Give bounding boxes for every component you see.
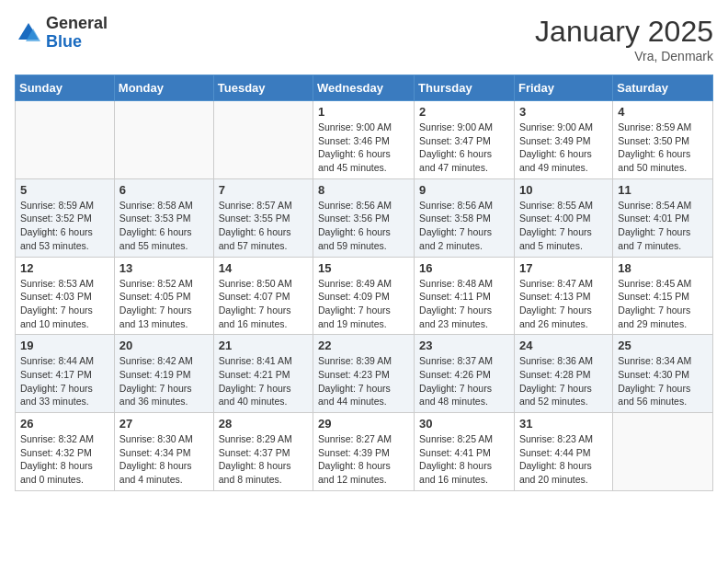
day-number: 1 [318, 105, 409, 119]
calendar-cell: 18Sunrise: 8:45 AM Sunset: 4:15 PM Dayli… [613, 257, 713, 335]
calendar-cell: 27Sunrise: 8:30 AM Sunset: 4:34 PM Dayli… [114, 413, 213, 491]
day-info: Sunrise: 8:54 AM Sunset: 4:01 PM Dayligh… [618, 199, 708, 253]
calendar-cell: 21Sunrise: 8:41 AM Sunset: 4:21 PM Dayli… [213, 335, 313, 413]
day-number: 9 [419, 183, 509, 197]
calendar-cell: 31Sunrise: 8:23 AM Sunset: 4:44 PM Dayli… [514, 413, 612, 491]
calendar-cell: 4Sunrise: 8:59 AM Sunset: 3:50 PM Daylig… [613, 101, 713, 179]
calendar-cell: 5Sunrise: 8:59 AM Sunset: 3:52 PM Daylig… [16, 178, 115, 257]
day-info: Sunrise: 8:56 AM Sunset: 3:56 PM Dayligh… [318, 199, 409, 253]
day-number: 15 [318, 261, 409, 275]
day-info: Sunrise: 8:30 AM Sunset: 4:34 PM Dayligh… [119, 432, 209, 487]
weekday-header-row: SundayMondayTuesdayWednesdayThursdayFrid… [16, 75, 713, 101]
calendar-cell [16, 101, 115, 179]
calendar-cell: 6Sunrise: 8:58 AM Sunset: 3:53 PM Daylig… [114, 178, 213, 257]
day-info: Sunrise: 8:47 AM Sunset: 4:13 PM Dayligh… [519, 277, 608, 331]
day-number: 4 [618, 105, 708, 119]
weekday-header: Tuesday [213, 75, 313, 101]
calendar-week-row: 5Sunrise: 8:59 AM Sunset: 3:52 PM Daylig… [16, 178, 713, 257]
day-number: 29 [318, 417, 409, 431]
day-info: Sunrise: 8:55 AM Sunset: 4:00 PM Dayligh… [519, 199, 608, 253]
calendar-week-row: 1Sunrise: 9:00 AM Sunset: 3:46 PM Daylig… [16, 101, 713, 179]
logo-blue: Blue [46, 33, 108, 52]
calendar-cell: 26Sunrise: 8:32 AM Sunset: 4:32 PM Dayli… [16, 413, 115, 491]
day-info: Sunrise: 8:57 AM Sunset: 3:55 PM Dayligh… [219, 199, 308, 253]
day-number: 7 [219, 183, 308, 197]
calendar-cell: 23Sunrise: 8:37 AM Sunset: 4:26 PM Dayli… [415, 335, 515, 413]
day-number: 19 [20, 339, 109, 352]
calendar-cell: 1Sunrise: 9:00 AM Sunset: 3:46 PM Daylig… [313, 101, 415, 179]
day-info: Sunrise: 8:37 AM Sunset: 4:26 PM Dayligh… [419, 354, 509, 408]
day-number: 14 [219, 261, 308, 275]
calendar-cell: 14Sunrise: 8:50 AM Sunset: 4:07 PM Dayli… [213, 257, 313, 335]
calendar-cell: 7Sunrise: 8:57 AM Sunset: 3:55 PM Daylig… [213, 178, 313, 257]
day-info: Sunrise: 8:50 AM Sunset: 4:07 PM Dayligh… [219, 277, 308, 331]
weekday-header: Saturday [613, 75, 713, 101]
day-info: Sunrise: 8:32 AM Sunset: 4:32 PM Dayligh… [20, 432, 109, 487]
month-title: January 2025 [535, 15, 713, 49]
page-header: General Blue January 2025 Vra, Denmark [15, 15, 713, 63]
logo-general: General [46, 15, 108, 33]
day-number: 3 [519, 105, 608, 119]
location: Vra, Denmark [535, 49, 713, 63]
day-number: 10 [519, 183, 608, 197]
calendar-cell [213, 101, 313, 179]
day-number: 24 [519, 339, 608, 352]
day-number: 18 [618, 261, 708, 275]
day-number: 5 [20, 183, 109, 197]
calendar-cell: 22Sunrise: 8:39 AM Sunset: 4:23 PM Dayli… [313, 335, 415, 413]
calendar-week-row: 26Sunrise: 8:32 AM Sunset: 4:32 PM Dayli… [16, 413, 713, 491]
day-info: Sunrise: 8:48 AM Sunset: 4:11 PM Dayligh… [419, 277, 509, 331]
day-info: Sunrise: 8:34 AM Sunset: 4:30 PM Dayligh… [618, 354, 708, 408]
calendar-cell: 3Sunrise: 9:00 AM Sunset: 3:49 PM Daylig… [514, 101, 612, 179]
calendar-cell: 19Sunrise: 8:44 AM Sunset: 4:17 PM Dayli… [16, 335, 115, 413]
day-number: 12 [20, 261, 109, 275]
day-number: 13 [119, 261, 209, 275]
calendar-cell: 9Sunrise: 8:56 AM Sunset: 3:58 PM Daylig… [415, 178, 515, 257]
day-info: Sunrise: 8:29 AM Sunset: 4:37 PM Dayligh… [219, 432, 308, 487]
day-number: 20 [119, 339, 209, 352]
calendar: SundayMondayTuesdayWednesdayThursdayFrid… [15, 75, 713, 491]
calendar-cell: 11Sunrise: 8:54 AM Sunset: 4:01 PM Dayli… [613, 178, 713, 257]
logo-text: General Blue [46, 15, 108, 52]
title-section: January 2025 Vra, Denmark [535, 15, 713, 63]
day-info: Sunrise: 8:45 AM Sunset: 4:15 PM Dayligh… [618, 277, 708, 331]
calendar-cell: 30Sunrise: 8:25 AM Sunset: 4:41 PM Dayli… [415, 413, 515, 491]
day-info: Sunrise: 8:59 AM Sunset: 3:50 PM Dayligh… [618, 121, 708, 175]
day-number: 25 [618, 339, 708, 352]
calendar-cell: 12Sunrise: 8:53 AM Sunset: 4:03 PM Dayli… [16, 257, 115, 335]
day-info: Sunrise: 8:36 AM Sunset: 4:28 PM Dayligh… [519, 354, 608, 408]
day-number: 6 [119, 183, 209, 197]
calendar-cell [114, 101, 213, 179]
day-info: Sunrise: 8:23 AM Sunset: 4:44 PM Dayligh… [519, 432, 608, 487]
day-number: 23 [419, 339, 509, 352]
day-number: 30 [419, 417, 509, 431]
day-number: 21 [219, 339, 308, 352]
day-info: Sunrise: 8:53 AM Sunset: 4:03 PM Dayligh… [20, 277, 109, 331]
calendar-cell: 28Sunrise: 8:29 AM Sunset: 4:37 PM Dayli… [213, 413, 313, 491]
calendar-cell: 29Sunrise: 8:27 AM Sunset: 4:39 PM Dayli… [313, 413, 415, 491]
calendar-cell: 15Sunrise: 8:49 AM Sunset: 4:09 PM Dayli… [313, 257, 415, 335]
day-info: Sunrise: 8:49 AM Sunset: 4:09 PM Dayligh… [318, 277, 409, 331]
calendar-cell [613, 413, 713, 491]
weekday-header: Thursday [415, 75, 515, 101]
calendar-week-row: 19Sunrise: 8:44 AM Sunset: 4:17 PM Dayli… [16, 335, 713, 413]
day-number: 31 [519, 417, 608, 431]
day-number: 16 [419, 261, 509, 275]
weekday-header: Friday [514, 75, 612, 101]
calendar-cell: 16Sunrise: 8:48 AM Sunset: 4:11 PM Dayli… [415, 257, 515, 335]
weekday-header: Wednesday [313, 75, 415, 101]
day-info: Sunrise: 9:00 AM Sunset: 3:49 PM Dayligh… [519, 121, 608, 175]
day-info: Sunrise: 8:44 AM Sunset: 4:17 PM Dayligh… [20, 354, 109, 408]
logo-icon [15, 19, 42, 47]
calendar-cell: 8Sunrise: 8:56 AM Sunset: 3:56 PM Daylig… [313, 178, 415, 257]
calendar-cell: 17Sunrise: 8:47 AM Sunset: 4:13 PM Dayli… [514, 257, 612, 335]
day-number: 28 [219, 417, 308, 431]
day-info: Sunrise: 8:27 AM Sunset: 4:39 PM Dayligh… [318, 432, 409, 487]
weekday-header: Sunday [16, 75, 115, 101]
day-number: 11 [618, 183, 708, 197]
day-info: Sunrise: 8:58 AM Sunset: 3:53 PM Dayligh… [119, 199, 209, 253]
calendar-cell: 10Sunrise: 8:55 AM Sunset: 4:00 PM Dayli… [514, 178, 612, 257]
day-info: Sunrise: 9:00 AM Sunset: 3:47 PM Dayligh… [419, 121, 509, 175]
calendar-cell: 25Sunrise: 8:34 AM Sunset: 4:30 PM Dayli… [613, 335, 713, 413]
day-info: Sunrise: 9:00 AM Sunset: 3:46 PM Dayligh… [318, 121, 409, 175]
